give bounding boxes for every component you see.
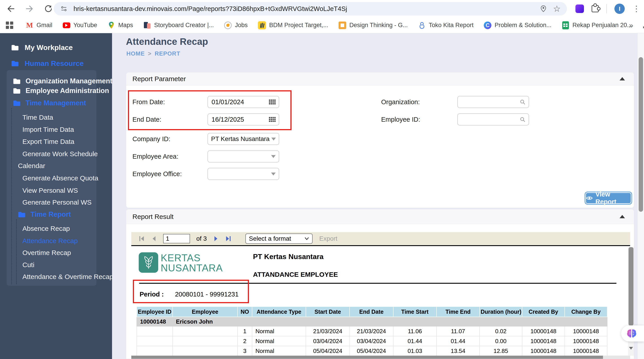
page-count-label: of 3	[196, 235, 207, 242]
location-pin-icon[interactable]	[540, 5, 547, 13]
bookmark-youtube[interactable]: YouTube	[63, 22, 97, 29]
sheets-icon	[562, 22, 570, 29]
search-icon[interactable]	[520, 116, 526, 123]
scroll-down-arrow-icon[interactable]	[629, 347, 633, 350]
sidebar-item-absence-recap[interactable]: Absence Recap	[22, 224, 70, 234]
report-result-panel: Report Result of 3 Select a format Expor…	[126, 209, 634, 359]
collapse-icon[interactable]	[620, 77, 625, 80]
report-pager: of 3 Select a format Export	[131, 232, 630, 245]
sidebar-item-organization-management[interactable]: Organization Management	[13, 76, 112, 86]
next-page-icon[interactable]	[213, 235, 219, 242]
last-page-icon[interactable]	[225, 235, 231, 242]
employee-id-input[interactable]	[461, 116, 518, 124]
tree-guide	[11, 108, 12, 284]
chevron-down-icon	[304, 237, 309, 240]
employee-office-select[interactable]	[208, 168, 279, 180]
maps-pin-icon	[108, 22, 115, 29]
breadcrumb-report[interactable]: REPORT	[154, 50, 180, 57]
report-result-body: of 3 Select a format Export	[126, 224, 634, 359]
view-report-button[interactable]: View Report	[585, 192, 632, 204]
scrollbar-thumb[interactable]	[131, 356, 603, 359]
bookmark-maps[interactable]: Maps	[108, 22, 133, 29]
bookmark-diagramstruktur[interactable]: diagramstruktur.dra...	[642, 22, 644, 29]
report-horizontal-scrollbar[interactable]	[131, 356, 630, 359]
bookmark-toko-kita[interactable]: Toko Kita Report	[418, 22, 474, 29]
sidebar-item-import-time-data[interactable]: Import Time Data	[22, 124, 74, 134]
bookmark-storyboard[interactable]: Storyboard Creator |...	[144, 22, 214, 29]
report-parameter-header[interactable]: Report Parameter	[126, 72, 634, 86]
organization-input[interactable]	[461, 98, 518, 106]
sidebar-item-time-data[interactable]: Time Data	[22, 112, 53, 122]
profile-avatar[interactable]: I	[614, 4, 625, 14]
scrollbar-thumb[interactable]	[628, 247, 634, 326]
sidebar-item-attendance-overtime-recap[interactable]: Attendance & Overtime Recap	[22, 272, 113, 282]
report-result-title: Report Result	[132, 213, 620, 220]
folder-icon	[11, 60, 19, 66]
sidebar-item-generate-personal-ws[interactable]: Generate Personal WS	[22, 198, 92, 207]
sidebar-item-generate-work-schedule[interactable]: Generate Work Schedule	[22, 149, 98, 159]
sidebar-item-human-resource[interactable]: Human Resource	[11, 58, 84, 69]
bookmark-bdm-miro[interactable]: BDM Project Target,...	[258, 21, 328, 29]
ai-assistant-widget[interactable]	[621, 326, 644, 342]
browser-menu-icon[interactable]: ⋮	[632, 5, 640, 13]
sidebar-item-calendar[interactable]: Calendar	[18, 161, 45, 171]
report-result-header[interactable]: Report Result	[126, 209, 634, 224]
sidebar-item-view-personal-ws[interactable]: View Personal WS	[22, 186, 78, 196]
apps-grid-icon[interactable]	[6, 22, 13, 29]
breadcrumb: HOME > REPORT	[126, 50, 180, 57]
breadcrumb-home[interactable]: HOME	[126, 50, 145, 57]
forward-icon[interactable]	[25, 4, 34, 13]
org-chart-icon	[642, 22, 644, 29]
bookmark-star-icon[interactable]: ☆	[553, 4, 561, 13]
back-icon[interactable]	[6, 4, 15, 13]
bookmark-design-thinking[interactable]: Design Thinking - G...	[338, 22, 408, 29]
sidebar-item-attendance-recap[interactable]: Attendance Recap	[22, 236, 78, 246]
search-icon[interactable]	[520, 98, 526, 105]
report-parameter-body: From Date: End Date: Company ID: PT Kert…	[126, 86, 634, 208]
first-page-icon	[139, 235, 145, 242]
page-scrollbar[interactable]	[638, 33, 644, 359]
chevron-down-icon	[271, 138, 276, 140]
page-title: Attendance Recap	[126, 36, 208, 47]
toko-kita-icon	[418, 22, 426, 29]
sidebar-item-overtime-recap[interactable]: Overtime Recap	[22, 248, 71, 258]
jobs-icon	[224, 22, 232, 29]
sidebar-item-export-time-data[interactable]: Export Time Data	[22, 137, 74, 146]
url-text[interactable]: hris-kertasnusantara-dev.minovais.com/Pa…	[74, 5, 347, 12]
sidebar-item-my-workplace[interactable]: My Workplace	[11, 42, 73, 53]
page-number-input[interactable]	[163, 234, 190, 243]
employee-office-label: Employee Office:	[132, 170, 182, 178]
chevron-down-icon	[271, 155, 276, 158]
table-header-row: Employee ID Employee NO Attendance Type …	[137, 306, 607, 317]
sidebar-item-time-management[interactable]: Time Management	[13, 98, 86, 108]
sidebar-item-time-report[interactable]: Time Report	[18, 210, 71, 220]
site-settings-icon[interactable]	[60, 6, 68, 12]
bookmarks-overflow-chevron[interactable]: »	[629, 21, 633, 30]
tree-logo-icon	[142, 255, 156, 270]
organization-field[interactable]	[457, 96, 529, 108]
extension-purple-icon[interactable]	[576, 4, 584, 13]
bookmark-problem-solution[interactable]: CProblem & Solution...	[484, 22, 552, 29]
bookmark-jobs[interactable]: Jobs	[224, 22, 248, 29]
collapse-icon[interactable]	[620, 215, 625, 218]
bookmarks-bar: MGmail YouTube Maps Storyboard Creator |…	[0, 18, 644, 33]
address-bar[interactable]: hris-kertasnusantara-dev.minovais.com/Pa…	[54, 2, 567, 16]
employee-area-label: Employee Area:	[132, 153, 178, 160]
reload-icon[interactable]	[44, 4, 53, 13]
employee-id-field[interactable]	[457, 114, 529, 126]
bookmark-gmail[interactable]: MGmail	[26, 22, 52, 29]
sidebar-item-cuti[interactable]: Cuti	[22, 260, 34, 270]
company-id-label: Company ID:	[132, 135, 170, 143]
bookmark-rekap-penjualan[interactable]: Rekap Penjualan 20...	[562, 22, 632, 29]
employee-area-select[interactable]	[208, 150, 279, 162]
extensions-puzzle-icon[interactable]	[592, 5, 599, 12]
report-parameter-title: Report Parameter	[132, 75, 620, 83]
company-id-select[interactable]: PT Kertas Nusantara	[208, 133, 279, 145]
miro-icon	[258, 21, 266, 29]
storyboard-icon	[144, 22, 151, 29]
sidebar-item-employee-administration[interactable]: Employee Administration	[13, 86, 109, 96]
export-link[interactable]: Export	[319, 235, 338, 242]
sidebar-item-generate-absence-quota[interactable]: Generate Absence Quota	[22, 173, 98, 183]
scrollbar-thumb[interactable]	[638, 57, 643, 212]
format-select[interactable]: Select a format	[245, 234, 312, 244]
